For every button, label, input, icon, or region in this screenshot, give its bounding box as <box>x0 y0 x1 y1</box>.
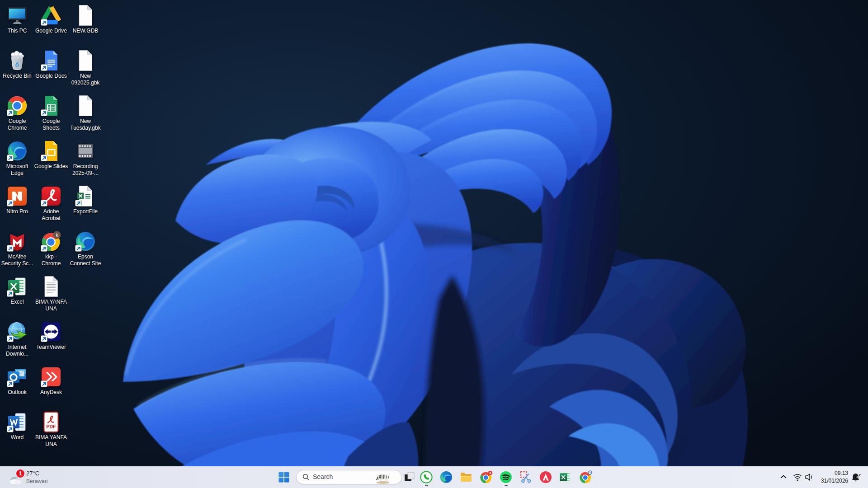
svg-text:z: z <box>859 473 861 477</box>
svg-text:PDF: PDF <box>47 424 57 429</box>
svg-text:k: k <box>56 232 58 238</box>
svg-text:z: z <box>857 475 859 478</box>
svg-text:1: 1 <box>19 470 22 477</box>
